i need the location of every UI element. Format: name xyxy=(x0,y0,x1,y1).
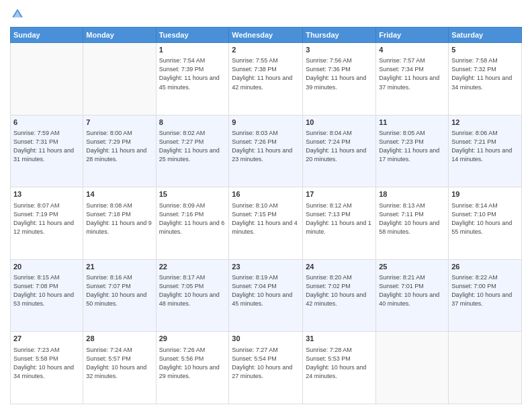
calendar-cell: 21Sunrise: 8:16 AMSunset: 7:07 PMDayligh… xyxy=(83,259,156,332)
day-number: 14 xyxy=(86,189,152,199)
day-number: 4 xyxy=(379,45,445,55)
day-info: Sunrise: 7:54 AMSunset: 7:39 PMDaylight:… xyxy=(159,56,226,91)
calendar-cell: 28Sunrise: 7:24 AMSunset: 5:57 PMDayligh… xyxy=(83,332,156,404)
day-info: Sunrise: 8:17 AMSunset: 7:05 PMDaylight:… xyxy=(159,273,226,308)
day-number: 25 xyxy=(379,262,445,272)
logo xyxy=(10,7,26,21)
day-number: 21 xyxy=(86,262,152,272)
day-number: 24 xyxy=(306,262,373,272)
day-info: Sunrise: 7:59 AMSunset: 7:31 PMDaylight:… xyxy=(13,129,80,164)
day-number: 29 xyxy=(159,334,226,344)
calendar-cell: 17Sunrise: 8:12 AMSunset: 7:13 PMDayligh… xyxy=(303,187,376,260)
day-number: 7 xyxy=(86,118,152,128)
calendar-cell: 13Sunrise: 8:07 AMSunset: 7:19 PMDayligh… xyxy=(11,187,83,260)
day-number: 5 xyxy=(451,45,519,55)
day-info: Sunrise: 7:57 AMSunset: 7:34 PMDaylight:… xyxy=(379,56,445,91)
day-info: Sunrise: 8:16 AMSunset: 7:07 PMDaylight:… xyxy=(86,273,152,308)
day-number: 27 xyxy=(13,334,80,344)
day-info: Sunrise: 8:09 AMSunset: 7:16 PMDaylight:… xyxy=(159,201,226,236)
day-info: Sunrise: 8:00 AMSunset: 7:29 PMDaylight:… xyxy=(86,129,152,164)
calendar-cell: 7Sunrise: 8:00 AMSunset: 7:29 PMDaylight… xyxy=(83,115,156,187)
calendar-cell: 4Sunrise: 7:57 AMSunset: 7:34 PMDaylight… xyxy=(376,43,449,116)
calendar-cell: 9Sunrise: 8:03 AMSunset: 7:26 PMDaylight… xyxy=(229,115,303,187)
day-number: 28 xyxy=(86,334,152,344)
day-number: 30 xyxy=(232,334,300,344)
day-number: 16 xyxy=(232,189,300,199)
weekday-header: Tuesday xyxy=(156,28,229,43)
weekday-header: Sunday xyxy=(11,28,83,43)
calendar-cell: 26Sunrise: 8:22 AMSunset: 7:00 PMDayligh… xyxy=(449,259,522,332)
calendar-cell: 20Sunrise: 8:15 AMSunset: 7:08 PMDayligh… xyxy=(11,259,83,332)
day-number: 10 xyxy=(306,118,373,128)
day-info: Sunrise: 7:26 AMSunset: 5:56 PMDaylight:… xyxy=(159,346,226,381)
day-number: 11 xyxy=(379,118,445,128)
calendar-cell: 24Sunrise: 8:20 AMSunset: 7:02 PMDayligh… xyxy=(303,259,376,332)
calendar-cell: 1Sunrise: 7:54 AMSunset: 7:39 PMDaylight… xyxy=(156,43,229,116)
day-info: Sunrise: 8:19 AMSunset: 7:04 PMDaylight:… xyxy=(232,273,300,308)
calendar-cell xyxy=(449,332,522,404)
calendar-cell: 11Sunrise: 8:05 AMSunset: 7:23 PMDayligh… xyxy=(376,115,449,187)
day-number: 6 xyxy=(13,118,80,128)
calendar-cell: 29Sunrise: 7:26 AMSunset: 5:56 PMDayligh… xyxy=(156,332,229,404)
calendar-header-row: SundayMondayTuesdayWednesdayThursdayFrid… xyxy=(11,28,522,43)
calendar-body: 1Sunrise: 7:54 AMSunset: 7:39 PMDaylight… xyxy=(11,43,522,404)
day-number: 26 xyxy=(451,262,519,272)
calendar-cell: 15Sunrise: 8:09 AMSunset: 7:16 PMDayligh… xyxy=(156,187,229,260)
day-number: 3 xyxy=(306,45,373,55)
calendar-table: SundayMondayTuesdayWednesdayThursdayFrid… xyxy=(10,27,522,404)
day-info: Sunrise: 8:07 AMSunset: 7:19 PMDaylight:… xyxy=(13,201,80,236)
day-number: 12 xyxy=(451,118,519,128)
calendar-week-row: 13Sunrise: 8:07 AMSunset: 7:19 PMDayligh… xyxy=(11,187,522,260)
day-info: Sunrise: 8:20 AMSunset: 7:02 PMDaylight:… xyxy=(306,273,373,308)
day-number: 9 xyxy=(232,118,300,128)
header xyxy=(10,7,522,21)
day-number: 17 xyxy=(306,189,373,199)
day-info: Sunrise: 7:27 AMSunset: 5:54 PMDaylight:… xyxy=(232,346,300,381)
day-number: 19 xyxy=(451,189,519,199)
day-info: Sunrise: 8:10 AMSunset: 7:15 PMDaylight:… xyxy=(232,201,300,236)
day-number: 15 xyxy=(159,189,226,199)
page: SundayMondayTuesdayWednesdayThursdayFrid… xyxy=(0,0,532,411)
calendar-cell xyxy=(376,332,449,404)
calendar-cell: 18Sunrise: 8:13 AMSunset: 7:11 PMDayligh… xyxy=(376,187,449,260)
calendar-cell: 16Sunrise: 8:10 AMSunset: 7:15 PMDayligh… xyxy=(229,187,303,260)
calendar-week-row: 20Sunrise: 8:15 AMSunset: 7:08 PMDayligh… xyxy=(11,259,522,332)
day-info: Sunrise: 8:14 AMSunset: 7:10 PMDaylight:… xyxy=(451,201,519,236)
calendar-cell xyxy=(11,43,83,116)
day-number: 23 xyxy=(232,262,300,272)
day-info: Sunrise: 8:06 AMSunset: 7:21 PMDaylight:… xyxy=(451,129,519,164)
calendar-cell: 2Sunrise: 7:55 AMSunset: 7:38 PMDaylight… xyxy=(229,43,303,116)
calendar-cell: 6Sunrise: 7:59 AMSunset: 7:31 PMDaylight… xyxy=(11,115,83,187)
day-number: 1 xyxy=(159,45,226,55)
day-info: Sunrise: 7:55 AMSunset: 7:38 PMDaylight:… xyxy=(232,56,300,91)
weekday-header: Friday xyxy=(376,28,449,43)
day-info: Sunrise: 7:58 AMSunset: 7:32 PMDaylight:… xyxy=(451,56,519,91)
day-number: 22 xyxy=(159,262,226,272)
calendar-cell: 14Sunrise: 8:08 AMSunset: 7:18 PMDayligh… xyxy=(83,187,156,260)
weekday-header: Thursday xyxy=(303,28,376,43)
day-number: 2 xyxy=(232,45,300,55)
weekday-header: Monday xyxy=(83,28,156,43)
day-info: Sunrise: 8:13 AMSunset: 7:11 PMDaylight:… xyxy=(379,201,445,236)
day-number: 20 xyxy=(13,262,80,272)
calendar-cell: 3Sunrise: 7:56 AMSunset: 7:36 PMDaylight… xyxy=(303,43,376,116)
day-info: Sunrise: 7:23 AMSunset: 5:58 PMDaylight:… xyxy=(13,346,80,381)
day-info: Sunrise: 7:56 AMSunset: 7:36 PMDaylight:… xyxy=(306,56,373,91)
calendar-cell: 8Sunrise: 8:02 AMSunset: 7:27 PMDaylight… xyxy=(156,115,229,187)
calendar-cell: 5Sunrise: 7:58 AMSunset: 7:32 PMDaylight… xyxy=(449,43,522,116)
day-info: Sunrise: 8:02 AMSunset: 7:27 PMDaylight:… xyxy=(159,129,226,164)
day-number: 18 xyxy=(379,189,445,199)
calendar-cell: 22Sunrise: 8:17 AMSunset: 7:05 PMDayligh… xyxy=(156,259,229,332)
day-info: Sunrise: 8:12 AMSunset: 7:13 PMDaylight:… xyxy=(306,201,373,236)
calendar-cell: 10Sunrise: 8:04 AMSunset: 7:24 PMDayligh… xyxy=(303,115,376,187)
weekday-header: Wednesday xyxy=(229,28,303,43)
calendar-week-row: 6Sunrise: 7:59 AMSunset: 7:31 PMDaylight… xyxy=(11,115,522,187)
day-number: 13 xyxy=(13,189,80,199)
calendar-cell: 31Sunrise: 7:28 AMSunset: 5:53 PMDayligh… xyxy=(303,332,376,404)
calendar-week-row: 1Sunrise: 7:54 AMSunset: 7:39 PMDaylight… xyxy=(11,43,522,116)
day-info: Sunrise: 8:05 AMSunset: 7:23 PMDaylight:… xyxy=(379,129,445,164)
day-number: 8 xyxy=(159,118,226,128)
day-info: Sunrise: 8:08 AMSunset: 7:18 PMDaylight:… xyxy=(86,201,152,236)
day-info: Sunrise: 8:03 AMSunset: 7:26 PMDaylight:… xyxy=(232,129,300,164)
calendar-cell: 23Sunrise: 8:19 AMSunset: 7:04 PMDayligh… xyxy=(229,259,303,332)
